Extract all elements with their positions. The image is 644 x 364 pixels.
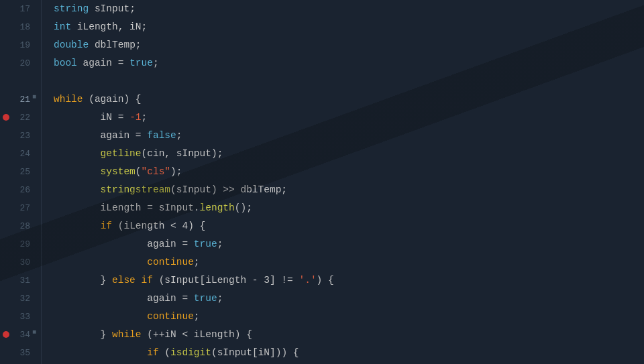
line-29: 29 [0,235,36,253]
line-blank [0,72,36,90]
code-line-30: continue; [54,253,644,271]
code-line-27: iLength = sInput.length(); [54,199,644,217]
code-line-17: string sInput; [54,0,644,18]
line-19: 19 [0,36,36,54]
code-line-26: stringstream(sInput) >> dblTemp; [54,181,644,199]
line-numbers: 17 18 19 20 21 22 23 24 25 26 27 28 29 3… [0,0,41,362]
code-line-blank [54,72,644,90]
line-28: 28 [0,217,36,235]
breakpoint-34[interactable] [3,331,9,338]
code-editor: 17 18 19 20 21 22 23 24 25 26 27 28 29 3… [0,0,644,364]
line-24: 24 [0,145,36,163]
breakpoint-22[interactable] [3,114,9,121]
line-33: 33 [0,308,36,326]
line-35: 35 [0,344,36,362]
code-line-29: again = true; [54,235,644,253]
line-30: 30 [0,253,36,271]
line-31: 31 [0,271,36,290]
line-20: 20 [0,54,36,72]
line-32: 32 [0,290,36,308]
code-line-20: bool again = true; [54,54,644,72]
line-18: 18 [0,18,36,36]
line-21: 21 [0,90,36,109]
code-line-35: if (isdigit(sInput[iN])) { [54,344,644,362]
line-25: 25 [0,163,36,181]
line-26: 26 [0,181,36,199]
code-content: string sInput; int iLength, iN; double d… [42,0,644,364]
line-gutter: 17 18 19 20 21 22 23 24 25 26 27 28 29 3… [0,0,42,364]
line-17: 17 [0,0,36,18]
line-23: 23 [0,127,36,145]
code-line-32: again = true; [54,290,644,308]
code-line-23: again = false; [54,127,644,145]
line-27: 27 [0,199,36,217]
code-line-21: while (again) { [54,90,644,109]
code-line-25: system("cls"); [54,163,644,181]
fold-arrow-34[interactable]: ■ [32,328,36,336]
code-line-34: } while (++iN < iLength) { [54,326,644,344]
code-line-18: int iLength, iN; [54,18,644,36]
code-line-19: double dblTemp; [54,36,644,54]
code-line-33: continue; [54,308,644,326]
fold-arrow-21[interactable]: ■ [32,93,36,101]
code-line-24: getline(cin, sInput); [54,145,644,163]
code-line-31: } else if (sInput[iLength - 3] != '.') { [54,271,644,290]
code-line-22: iN = -1; [54,109,644,127]
code-line-28: if (iLength < 4) { [54,217,644,235]
